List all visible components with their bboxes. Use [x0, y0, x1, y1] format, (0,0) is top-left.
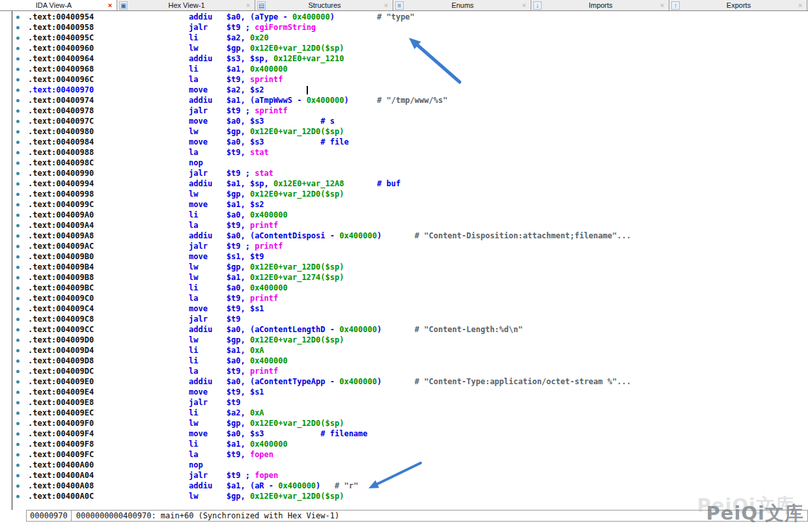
disassembly-line[interactable]: .text:004009C4move $t9, $s1 [0, 304, 808, 315]
disassembly-line[interactable]: .text:004009A4la $t9, printf [0, 221, 808, 231]
status-location: 0000000000400970: main+60 [72, 511, 194, 520]
disassembly-line[interactable]: .text:00400954addiu $a0, (aType - 0x4000… [0, 12, 808, 23]
disassembly-line[interactable]: .text:0040095Cli $a2, 0x20 [0, 33, 808, 44]
disassembly-line[interactable]: .text:00400994addiu $a1, $sp, 0x12E0+var… [0, 179, 808, 189]
code-token: li $a0, [189, 356, 250, 365]
line-dot-icon [16, 161, 20, 165]
disassembly-line[interactable]: .text:004009C8jalr $t9 [0, 315, 808, 325]
disassembly-line[interactable]: .text:004009FCla $t9, fopen [0, 450, 808, 460]
tab-imports[interactable]: ↓Imports× [531, 0, 669, 10]
line-address: .text:004009D4 [28, 346, 189, 355]
line-address: .text:00400984 [28, 137, 189, 147]
code-token: jalr $t9 ; [189, 169, 255, 178]
line-dot-icon [16, 422, 20, 425]
disassembly-line[interactable]: .text:00400974addiu $a1, (aTmpWwwS - 0x4… [0, 96, 808, 106]
tab-close-icon[interactable]: × [382, 1, 391, 9]
line-address: .text:004009AC [28, 242, 189, 251]
line-dot-icon [16, 141, 20, 144]
tab-hex-view-1[interactable]: ▣Hex View-1× [117, 0, 255, 10]
code-token: 0x400000 [278, 481, 316, 490]
line-dot-icon [16, 151, 20, 154]
line-dot-icon [16, 484, 20, 488]
disassembly-line[interactable]: .text:00400960lw $gp, 0x12E0+var_12D0($s… [0, 44, 808, 54]
disassembly-line[interactable]: .text:004009ACjalr $t9 ; printf [0, 242, 808, 252]
code-token: # "type" [335, 12, 415, 21]
disassembly-line[interactable]: .text:004009F4move $a0, $s3 # filename [0, 429, 808, 440]
code-token: move $s1, $t9 [189, 252, 264, 261]
disassembly-line[interactable]: .text:004009F0lw $gp, 0x12E0+var_12D0($s… [0, 419, 808, 429]
disassembly-line[interactable]: .text:00400A0Clw $gp, 0x12E0+var_12D0($s… [0, 492, 808, 502]
imports-icon: ↓ [533, 1, 542, 10]
disassembly-line[interactable]: .text:00400A04jalr $t9 ; fopen [0, 471, 808, 481]
disassembly-line[interactable]: .text:00400964addiu $s3, $sp, 0x12E0+var… [0, 54, 808, 64]
disassembly-line[interactable]: .text:004009F8li $a1, 0x400000 [0, 440, 808, 450]
code-token: 0x400000 [250, 283, 288, 292]
tab-exports[interactable]: ↑Exports× [669, 0, 807, 10]
disassembly-line[interactable]: .text:004009ECli $a2, 0xA [0, 408, 808, 419]
disassembly-line[interactable]: .text:00400990jalr $t9 ; stat [0, 169, 808, 179]
disassembly-line[interactable]: .text:0040097Cmove $a0, $s3 # s [0, 117, 808, 127]
line-address: .text:004009C0 [28, 294, 189, 303]
disassembly-line[interactable]: .text:004009B0move $s1, $t9 [0, 252, 808, 262]
tab-close-icon[interactable]: × [244, 1, 253, 9]
disassembly-line[interactable]: .text:00400958jalr $t9 ; cgiFormString [0, 23, 808, 33]
line-dot-icon [16, 391, 20, 394]
tab-close-icon[interactable]: × [658, 1, 667, 9]
disassembly-line[interactable]: .text:004009C0la $t9, printf [0, 294, 808, 304]
status-sync-label: (Synchronized with Hex View-1) [198, 511, 339, 520]
disassembly-line[interactable]: .text:0040099Cmove $a1, $s2 [0, 200, 808, 210]
tab-close-icon[interactable]: × [105, 1, 115, 9]
disassembly-line[interactable]: .text:004009D4li $a1, 0xA [0, 346, 808, 356]
code-token: jalr $t9 [189, 398, 240, 407]
line-address: .text:00400970 [28, 85, 189, 94]
code-token: # s [264, 117, 335, 126]
disassembly-line[interactable]: .text:004009E8jalr $t9 [0, 398, 808, 408]
disassembly-line[interactable]: .text:004009DCla $t9, printf [0, 367, 808, 377]
line-dot-icon [16, 99, 20, 102]
disassembly-line[interactable]: .text:004009D0lw $gp, 0x12E0+var_12D0($s… [0, 335, 808, 346]
disassembly-line[interactable]: .text:004009A0li $a0, 0x400000 [0, 210, 808, 221]
disassembly-line[interactable]: .text:004009E0addiu $a0, (aContentTypeAp… [0, 377, 808, 387]
tab-enums[interactable]: ≡Enums× [393, 0, 531, 10]
disassembly-line[interactable]: .text:004009A8addiu $a0, (aContentDispos… [0, 231, 808, 242]
tab-structures[interactable]: ▤Structures× [255, 0, 393, 10]
line-address: .text:004009EC [28, 408, 189, 417]
disassembly-line[interactable]: .text:0040098Cnop [0, 158, 808, 169]
disassembly-line[interactable]: .text:004009BCli $a0, 0x400000 [0, 283, 808, 294]
disassembly-line[interactable]: .text:00400988la $t9, stat [0, 148, 808, 158]
tab-close-icon[interactable]: × [520, 1, 529, 9]
line-address: .text:00400998 [28, 189, 189, 199]
disassembly-line[interactable]: .text:004009E4move $t9, $s1 [0, 387, 808, 398]
disassembly-line[interactable]: .text:00400968li $a1, 0x400000 [0, 64, 808, 75]
code-token: move $t9, $s1 [189, 304, 264, 313]
code-token: 0x400000 [307, 96, 344, 105]
disassembly-line[interactable]: .text:00400998lw $gp, 0x12E0+var_12D0($s… [0, 189, 808, 200]
tab-ida-view-a[interactable]: IDA View-A× [0, 0, 117, 10]
code-token: move $a0, $s3 [189, 429, 264, 438]
disassembly-line[interactable]: .text:0040096Cla $t9, sprintf [0, 75, 808, 85]
disassembly-line[interactable]: .text:004009B4lw $gp, 0x12E0+var_12D0($s… [0, 262, 808, 273]
disassembly-line[interactable]: .text:00400980lw $gp, 0x12E0+var_12D0($s… [0, 127, 808, 137]
disassembly-view[interactable]: .text:00400954addiu $a0, (aType - 0x4000… [0, 11, 808, 510]
line-address: .text:00400994 [28, 179, 189, 188]
line-address: .text:004009C4 [28, 304, 189, 313]
disassembly-line[interactable]: .text:00400A00nop [0, 460, 808, 471]
code-token: ) [330, 12, 335, 21]
code-token: printf [250, 367, 278, 376]
disassembly-line[interactable]: .text:00400970move $a2, $s2 [0, 85, 808, 96]
enums-icon: ≡ [395, 1, 404, 10]
line-address: .text:004009DC [28, 367, 189, 376]
disassembly-line[interactable]: .text:00400984move $a0, $s3 # file [0, 137, 808, 148]
line-address: .text:00400974 [28, 96, 189, 105]
tab-close-icon[interactable]: × [796, 1, 805, 9]
disassembly-line[interactable]: .text:004009CCaddiu $a0, (aContentLength… [0, 325, 808, 335]
disassembly-line[interactable]: .text:00400978jalr $t9 ; sprintf [0, 106, 808, 117]
line-dot-icon [16, 214, 20, 217]
line-dot-icon [16, 328, 20, 331]
disassembly-line[interactable]: .text:004009B8lw $a1, 0x12E0+var_1274($s… [0, 273, 808, 283]
disassembly-line[interactable]: .text:004009D8li $a0, 0x400000 [0, 356, 808, 367]
code-token: 0xA [250, 408, 264, 417]
code-token: 0x400000 [250, 64, 288, 74]
line-dot-icon [16, 26, 20, 29]
disassembly-line[interactable]: .text:00400A08addiu $a1, (aR - 0x400000)… [0, 481, 808, 492]
